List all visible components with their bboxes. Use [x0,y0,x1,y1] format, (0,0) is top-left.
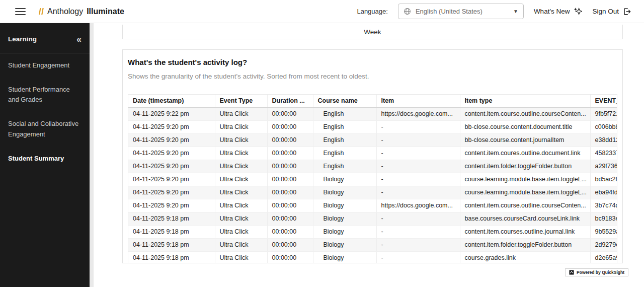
table-cell: 00:00:00 [267,186,313,199]
table-cell: English [313,147,376,160]
table-cell: Ultra Click [215,186,267,199]
table-cell: - [376,147,460,160]
table-cell: 04-11-2025 9:20 pm [128,147,215,160]
table-cell: Ultra Click [215,147,267,160]
table-cell: English [313,108,376,121]
table-cell: course.grades.link [460,252,590,264]
table-cell: Ultra Click [215,212,267,226]
table-cell: 04-11-2025 9:18 pm [128,226,215,239]
table-cell: 4582337 [590,147,617,160]
whats-new-button[interactable]: What's New [534,7,583,16]
table-row[interactable]: 04-11-2025 9:20 pmUltra Click00:00:00Eng… [128,121,617,134]
card-title: What's the student's activity log? [128,58,617,66]
column-header[interactable]: Date (timestamp) [128,95,215,108]
brand-name-bold: Illuminate [87,7,124,16]
column-header[interactable]: Duration ... [267,95,313,108]
table-row[interactable]: 04-11-2025 9:20 pmUltra Click00:00:00Eng… [128,160,617,173]
sidebar-item[interactable]: Student Performance and Grades [0,78,90,112]
column-header[interactable]: Course name [313,95,376,108]
table-cell: 00:00:00 [267,212,313,226]
whats-new-label: What's New [534,8,570,15]
table-row[interactable]: 04-11-2025 9:20 pmUltra Click00:00:00Bio… [128,173,617,186]
powered-by-quicksight-badge[interactable]: Powered by QuickSight [565,268,628,276]
table-cell: Ultra Click [215,226,267,239]
table-cell: - [376,252,460,264]
table-cell: Biology [313,252,376,264]
table-cell: 04-11-2025 9:20 pm [128,186,215,199]
main-content: Week What's the student's activity log? … [94,23,644,287]
chart-card-partial: Week [122,25,623,39]
table-cell: a29f7368 [590,160,617,173]
table-row[interactable]: 04-11-2025 9:20 pmUltra Click00:00:00Eng… [128,147,617,160]
table-row[interactable]: 04-11-2025 9:18 pmUltra Click00:00:00Bio… [128,212,617,226]
table-cell: Biology [313,186,376,199]
table-cell: 00:00:00 [267,173,313,186]
powered-by-label: Powered by QuickSight [577,270,624,275]
sign-out-icon [623,8,631,16]
table-cell: - [376,134,460,147]
table-row[interactable]: 04-11-2025 9:18 pmUltra Click00:00:00Bio… [128,252,617,264]
table-cell: 9fb5f721 [590,108,617,121]
table-cell: 00:00:00 [267,199,313,212]
sidebar-title: Learning [8,35,37,43]
column-header[interactable]: Item type [460,95,590,108]
table-cell: English [313,121,376,134]
table-row[interactable]: 04-11-2025 9:22 pmUltra Click00:00:00Eng… [128,108,617,121]
table-cell: Ultra Click [215,121,267,134]
table-cell: content.item.course.outline.courseConten… [460,108,590,121]
table-cell: - [376,173,460,186]
top-header: Anthology Illuminate Language: English (… [0,0,644,23]
table-cell: content.item.folder.toggleFolder.button [460,160,590,173]
table-cell: 00:00:00 [267,147,313,160]
table-cell: - [376,186,460,199]
table-cell: 3b7c74d8 [590,199,617,212]
sidebar-item[interactable]: Social and Collaborative Engagement [0,112,90,146]
table-cell: English [313,160,376,173]
activity-table: Date (timestamp)Event TypeDuration ...Co… [128,95,617,263]
sidebar-item[interactable]: Student Engagement [0,53,90,78]
table-row[interactable]: 04-11-2025 9:18 pmUltra Click00:00:00Bio… [128,226,617,239]
activity-table-container: Date (timestamp)Event TypeDuration ...Co… [128,94,617,263]
column-header[interactable]: Item [376,95,460,108]
table-cell: 9b5529a2 [590,226,617,239]
sidebar-scrollbar[interactable] [90,23,94,287]
table-cell: Ultra Click [215,252,267,264]
table-cell: bb-close.course.content.document.title [460,121,590,134]
table-cell: Ultra Click [215,173,267,186]
sidebar: Learning « Student EngagementStudent Per… [0,23,90,287]
table-cell: 00:00:00 [267,134,313,147]
table-cell: - [376,212,460,226]
language-select[interactable]: English (United States) ▼ [398,4,524,19]
brand-name-regular: Anthology [47,7,83,16]
table-row[interactable]: 04-11-2025 9:20 pmUltra Click00:00:00Bio… [128,199,617,212]
chevron-down-icon: ▼ [513,9,518,14]
table-cell: Ultra Click [215,134,267,147]
table-cell: c006bb88 [590,121,617,134]
table-row[interactable]: 04-11-2025 9:20 pmUltra Click00:00:00Bio… [128,186,617,199]
sidebar-item[interactable]: Student Summary [0,147,90,171]
table-cell: 04-11-2025 9:18 pm [128,252,215,264]
table-cell: content.item.folder.toggleFolder.button [460,239,590,252]
table-cell: content.item.coures.outline.document.lin… [460,147,590,160]
table-cell: bd5ac28c [590,173,617,186]
sparkle-icon [574,7,582,16]
column-header[interactable]: EVENT_ID [590,95,617,108]
menu-icon[interactable] [15,8,26,15]
week-axis-label: Week [364,28,381,36]
activity-log-card: What's the student's activity log? Shows… [122,49,623,263]
collapse-sidebar-icon[interactable]: « [76,36,82,42]
table-cell: bb-close.course.content.journalItem [460,134,590,147]
table-cell: e38dd12f [590,134,617,147]
table-cell: 04-11-2025 9:22 pm [128,108,215,121]
sign-out-button[interactable]: Sign Out [592,8,631,16]
table-cell: - [376,226,460,239]
table-row[interactable]: 04-11-2025 9:18 pmUltra Click00:00:00Bio… [128,239,617,252]
table-cell: - [376,121,460,134]
table-row[interactable]: 04-11-2025 9:20 pmUltra Click00:00:00Eng… [128,134,617,147]
column-header[interactable]: Event Type [215,95,267,108]
anthology-logo-icon [38,7,44,16]
table-cell: 2d9279e6 [590,239,617,252]
table-cell: 00:00:00 [267,121,313,134]
table-header-row: Date (timestamp)Event TypeDuration ...Co… [128,95,617,108]
table-head: Date (timestamp)Event TypeDuration ...Co… [128,95,617,108]
